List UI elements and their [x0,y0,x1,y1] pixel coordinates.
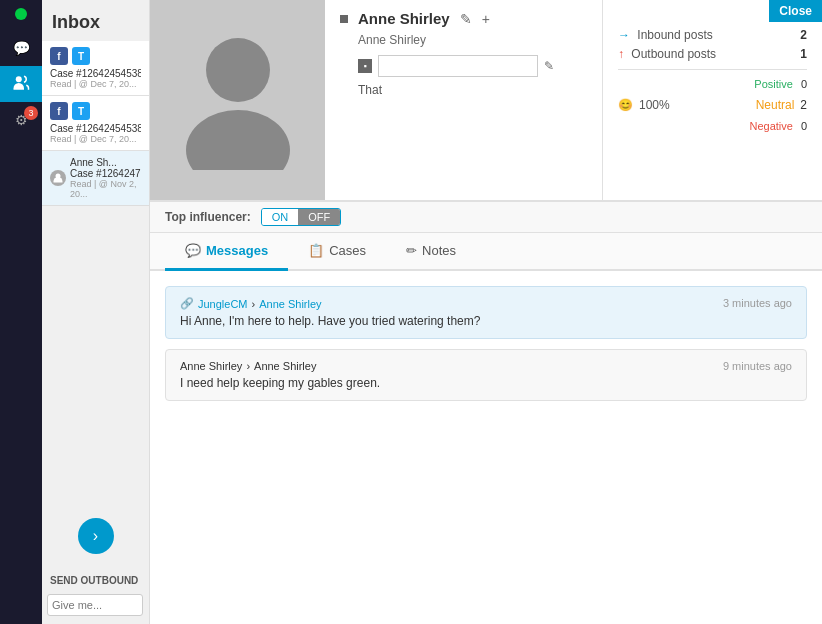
toggle-on-button[interactable]: ON [262,209,299,225]
case-number: Case #126424765... [70,168,141,179]
gear-badge: 3 [24,106,38,120]
sidebar-item-gear[interactable]: ⚙ 3 [0,102,42,138]
stats-panel: → Inbound posts 2 ↑ Outbound posts 1 Pos… [602,0,822,200]
arrow-icon: › [246,360,250,372]
read-status: Read | @ Dec 7, 20... [50,134,141,144]
positive-value: 0 [801,78,807,90]
add-icon[interactable]: + [482,11,490,27]
nav-arrow-button[interactable]: › [78,518,114,554]
influencer-label: Top influencer: [165,210,251,224]
profile-sub-name: Anne Shirley [340,33,587,47]
chat-icon: 💬 [13,40,30,56]
content-area: Close Anne Shirley ✎ + Anne Shirley [150,0,822,624]
facebook-icon: f [50,47,68,65]
channel-icon: ▪ [358,59,372,73]
sentiment-pct: 100% [639,98,670,112]
avatar [178,30,298,170]
profile-section: Anne Shirley ✎ + Anne Shirley ▪ ✎ That → [150,0,822,201]
inbox-title: Inbox [42,0,149,41]
person-avatar [50,170,66,186]
profile-square-icon [340,15,348,23]
message-to: Anne Shirley [259,298,321,310]
notes-tab-label: Notes [422,243,456,258]
status-dot [15,8,27,20]
inbox-panel: Inbox f T Case #12642454538 Read | @ Dec… [42,0,150,624]
users-icon [12,74,30,95]
positive-label: Positive [754,78,793,90]
avatar-area [150,0,325,200]
outbound-arrow-icon: ↑ [618,47,624,61]
messages-area: 🔗 JungleCM › Anne Shirley Hi Anne, I'm h… [150,271,822,624]
message-text: Hi Anne, I'm here to help. Have you trie… [180,314,480,328]
table-row: Anne Shirley › Anne Shirley I need help … [165,349,807,401]
notes-tab-icon: ✏ [406,243,417,258]
tabs-bar: 💬 Messages 📋 Cases ✏ Notes [150,233,822,271]
facebook-icon: f [50,102,68,120]
channel-edit-icon[interactable]: ✎ [544,59,554,73]
tab-cases[interactable]: 📋 Cases [288,233,386,271]
twitter-icon: T [72,102,90,120]
profile-name: Anne Shirley [358,10,450,27]
message-text: I need help keeping my gables green. [180,376,713,390]
message-from: JungleCM [198,298,248,310]
sidebar-item-chat[interactable]: 💬 [0,30,42,66]
smile-icon: 😊 [618,98,633,112]
list-item[interactable]: f T Case #12642454538 Read | @ Dec 7, 20… [42,41,149,96]
twitter-icon: T [72,47,90,65]
neutral-label: Neutral [756,98,795,112]
table-row: 🔗 JungleCM › Anne Shirley Hi Anne, I'm h… [165,286,807,339]
close-button[interactable]: Close [769,0,822,22]
message-time: 9 minutes ago [723,360,792,372]
read-status: Read | @ Dec 7, 20... [50,79,141,89]
profile-info: Anne Shirley ✎ + Anne Shirley ▪ ✎ That [325,0,602,200]
case-number: Case #12642454538 [50,68,141,79]
read-status: Read | @ Nov 2, 20... [70,179,141,199]
give-input[interactable] [47,594,143,616]
arrow-icon: › [252,298,256,310]
outbound-label: Outbound posts [631,47,716,61]
neutral-value: 2 [800,98,807,112]
messages-tab-icon: 💬 [185,243,201,258]
message-to: Anne Shirley [254,360,316,372]
edit-icon[interactable]: ✎ [460,11,472,27]
inbound-arrow-icon: → [618,28,630,42]
svg-point-0 [16,76,22,82]
svg-point-3 [186,110,290,170]
case-number: Case #12642454538 [50,123,141,134]
person-name: Anne Sh... [70,157,141,168]
inbound-label: Inbound posts [637,28,712,42]
person-item[interactable]: Anne Sh... Case #126424765... Read | @ N… [42,151,149,206]
negative-value: 0 [801,120,807,132]
sidebar-item-users[interactable] [0,66,42,102]
messages-tab-label: Messages [206,243,268,258]
channel-input[interactable] [378,55,538,77]
cases-tab-icon: 📋 [308,243,324,258]
message-from-icon: 🔗 [180,297,194,310]
svg-point-2 [206,38,270,102]
sidebar: 💬 ⚙ 3 [0,0,42,624]
send-outbound-label: SEND OUTBOUND [42,567,149,594]
inbound-value: 2 [800,28,807,42]
that-text: That [340,83,587,97]
toggle-off-button[interactable]: OFF [298,209,340,225]
influencer-bar: Top influencer: ON OFF [150,201,822,233]
cases-tab-label: Cases [329,243,366,258]
message-from: Anne Shirley [180,360,242,372]
message-time: 3 minutes ago [723,297,792,309]
tab-notes[interactable]: ✏ Notes [386,233,476,271]
tab-messages[interactable]: 💬 Messages [165,233,288,271]
outbound-value: 1 [800,47,807,61]
toggle-group: ON OFF [261,208,342,226]
list-item[interactable]: f T Case #12642454538 Read | @ Dec 7, 20… [42,96,149,151]
negative-label: Negative [749,120,792,132]
